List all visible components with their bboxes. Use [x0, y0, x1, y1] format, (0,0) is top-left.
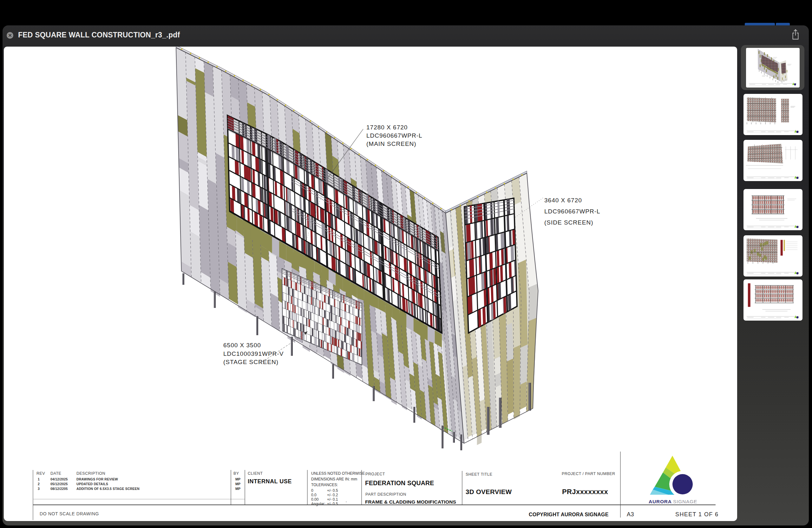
svg-text:LDC960667WPR-L: LDC960667WPR-L — [544, 208, 600, 215]
svg-text:BY: BY — [233, 471, 239, 476]
svg-text:2: 2 — [38, 482, 40, 486]
svg-text:MP: MP — [235, 482, 241, 486]
svg-text:PRJxxxxxxxx: PRJxxxxxxxx — [562, 488, 608, 496]
svg-text:DATE: DATE — [50, 471, 61, 476]
svg-text:DESCRIPTION: DESCRIPTION — [76, 471, 105, 476]
svg-text:PART DESCRIPTION: PART DESCRIPTION — [365, 492, 406, 497]
svg-text:+/- 0.5: +/- 0.5 — [327, 502, 338, 506]
svg-text:SHEET 1 OF 6: SHEET 1 OF 6 — [675, 511, 719, 517]
svg-text:SHEET TITLE: SHEET TITLE — [466, 472, 492, 476]
svg-text:LDC1000391WPR-V: LDC1000391WPR-V — [223, 350, 284, 357]
svg-text:(SIDE SCREEN): (SIDE SCREEN) — [544, 219, 593, 226]
svg-text:COPYRIGHT AURORA SIGNAGE: COPYRIGHT AURORA SIGNAGE — [529, 512, 609, 517]
svg-text:SIGNAGE: SIGNAGE — [673, 499, 697, 504]
svg-text:ADDITION OF 6.5X3.5 STAGE SCRE: ADDITION OF 6.5X3.5 STAGE SCREEN — [76, 487, 140, 490]
svg-text:FEDERATION SQUARE: FEDERATION SQUARE — [365, 480, 434, 486]
svg-text:+/- 0.1: +/- 0.1 — [327, 497, 338, 502]
svg-text:UPDATED DETAILS: UPDATED DETAILS — [76, 482, 108, 486]
svg-text:FRAME & CLADDING MODIFICATIONS: FRAME & CLADDING MODIFICATIONS — [365, 499, 456, 504]
svg-text:(STAGE SCREEN): (STAGE SCREEN) — [223, 359, 278, 365]
svg-text:6500 X 3500: 6500 X 3500 — [223, 342, 261, 349]
svg-text:05/12/2025: 05/12/2025 — [50, 482, 68, 486]
svg-text:LDC960667WPR-L: LDC960667WPR-L — [366, 132, 422, 139]
svg-text:0: 0 — [311, 488, 314, 493]
svg-text:+/- 0.2: +/- 0.2 — [327, 493, 338, 497]
svg-text:+/- 0.5: +/- 0.5 — [327, 488, 338, 493]
svg-text:MP: MP — [235, 477, 241, 481]
svg-text:CLIENT: CLIENT — [248, 471, 263, 476]
svg-text:3640 X 6720: 3640 X 6720 — [544, 197, 582, 204]
svg-text:REV: REV — [37, 471, 45, 476]
svg-text:(MAIN SCREEN): (MAIN SCREEN) — [366, 141, 417, 147]
svg-text:DIMENSIONS ARE IN: mm: DIMENSIONS ARE IN: mm — [311, 477, 357, 481]
svg-text:0.00: 0.00 — [311, 497, 319, 502]
svg-text:0.0: 0.0 — [311, 493, 317, 497]
svg-text:°: ° — [346, 501, 347, 504]
svg-text:INTERNAL USE: INTERNAL USE — [248, 478, 292, 485]
svg-text:DO NOT SCALE DRAWING: DO NOT SCALE DRAWING — [40, 511, 99, 516]
svg-text:3: 3 — [38, 487, 40, 490]
svg-text:Angular:: Angular: — [311, 502, 325, 506]
svg-text:A3: A3 — [627, 511, 634, 517]
svg-text:MP: MP — [235, 487, 241, 490]
svg-text:PROJECT / PART NUMBER: PROJECT / PART NUMBER — [562, 472, 615, 476]
svg-text:3D OVERVIEW: 3D OVERVIEW — [466, 488, 512, 495]
svg-text:AURORA: AURORA — [649, 499, 672, 504]
svg-text:TOLERANCES:: TOLERANCES: — [311, 483, 338, 487]
svg-text:1: 1 — [38, 477, 40, 481]
svg-text:17280 X 6720: 17280 X 6720 — [366, 124, 408, 131]
svg-text:08/12/2205: 08/12/2205 — [50, 487, 68, 490]
svg-text:04/12/2025: 04/12/2025 — [50, 477, 68, 481]
svg-text:PROJECT: PROJECT — [365, 472, 385, 476]
svg-text:UNLESS NOTED OTHERWISE: UNLESS NOTED OTHERWISE — [311, 471, 365, 476]
svg-text:DRAWINGS FOR REVIEW: DRAWINGS FOR REVIEW — [76, 477, 118, 481]
